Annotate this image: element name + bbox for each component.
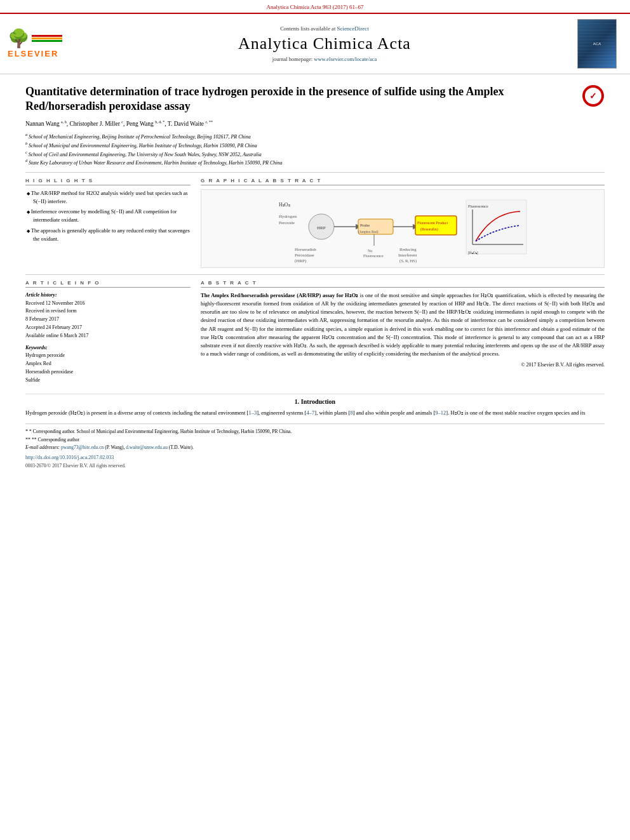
- graphical-abstract-section: G R A P H I C A L A B S T R A C T H₂O₂ H…: [201, 178, 605, 268]
- svg-text:Fluorescence: Fluorescence: [363, 254, 384, 258]
- history-label: Article history:: [25, 291, 191, 300]
- highlights-list: The AR/HRP method for H2O2 analysis wide…: [25, 189, 191, 243]
- elsevier-label: ELSEVIER: [8, 49, 58, 58]
- sciencedirect-line: Contents lists available at ScienceDirec…: [84, 25, 565, 32]
- svg-text:Probe: Probe: [360, 223, 370, 227]
- journal-cover-area: ACA: [572, 19, 622, 69]
- keywords-list: Hydrogen peroxide Amplex Red Horseradish…: [25, 352, 191, 384]
- available-date: Available online 6 March 2017: [25, 332, 191, 340]
- abstract-header: A B S T R A C T: [201, 280, 605, 288]
- introduction-section: 1. Introduction Hydrogen peroxide (H₂O₂)…: [25, 394, 605, 417]
- svg-rect-13: [415, 216, 457, 235]
- footnote-doi[interactable]: http://dx.doi.org/10.1016/j.aca.2017.02.…: [25, 454, 605, 462]
- tree-icon: 🌳: [8, 30, 30, 48]
- affiliation-b: b School of Municipal and Environmental …: [25, 141, 605, 150]
- email-link-1[interactable]: pwang73@hite.edu.cn: [61, 444, 104, 450]
- author-1: Nannan Wang a, b: [25, 121, 67, 127]
- svg-text:Peroxidase: Peroxidase: [295, 253, 314, 258]
- publisher-logo-area: 🌳 ELSEVIER: [8, 30, 77, 58]
- received-revised-label: Received in revised form: [25, 307, 191, 316]
- svg-text:✓: ✓: [589, 91, 597, 101]
- author-4: T. David Waite c, **: [168, 121, 213, 127]
- footnote-single-star: * * Corresponding author. School of Muni…: [25, 428, 605, 436]
- footnotes-section: * * Corresponding author. School of Muni…: [25, 423, 605, 470]
- graphical-abstract-box: H₂O₂ Hydrogen Peroxide HRP Probe (Amplex…: [201, 189, 605, 268]
- author-3: Peng Wang b, d, *: [126, 121, 165, 127]
- journal-url[interactable]: www.elsevier.com/locate/aca: [314, 56, 377, 62]
- article-title: Quantitative determination of trace hydr…: [25, 84, 582, 114]
- keyword-2: Amplex Red: [25, 360, 191, 368]
- svg-text:[H₂O₂]: [H₂O₂]: [468, 251, 478, 255]
- svg-text:Fluorescent Product: Fluorescent Product: [417, 221, 448, 225]
- journal-header: 🌳 ELSEVIER Contents lists available at S…: [0, 13, 630, 74]
- keyword-1: Hydrogen peroxide: [25, 352, 191, 360]
- journal-cover-image: ACA: [577, 19, 617, 69]
- highlight-item-3: The approach is generally applicable to …: [25, 227, 191, 243]
- divider-2: [25, 274, 605, 275]
- highlight-item-2: Interference overcome by modelling S(−II…: [25, 208, 191, 224]
- affiliation-a: a School of Mechanical Engineering, Beij…: [25, 132, 605, 141]
- email-link-2[interactable]: d.waite@unsw.edu.au: [126, 444, 168, 450]
- abstract-copyright: © 2017 Elsevier B.V. All rights reserved…: [201, 362, 605, 368]
- journal-title: Analytica Chimica Acta: [84, 34, 565, 53]
- svg-text:(Amplex Red): (Amplex Red): [358, 230, 379, 234]
- article-info-abstract-row: A R T I C L E I N F O Article history: R…: [25, 280, 605, 385]
- affiliations: a School of Mechanical Engineering, Beij…: [25, 132, 605, 167]
- keyword-4: Sulfide: [25, 377, 191, 385]
- graphical-abstract-diagram: H₂O₂ Hydrogen Peroxide HRP Probe (Amplex…: [276, 194, 530, 263]
- footnote-emails: E-mail addresses: pwang73@hite.edu.cn (P…: [25, 444, 605, 451]
- svg-text:(HRP): (HRP): [295, 258, 307, 263]
- article-info-header: A R T I C L E I N F O: [25, 280, 191, 288]
- svg-text:(Resorufin): (Resorufin): [420, 227, 438, 232]
- keywords-section: Keywords: Hydrogen peroxide Amplex Red H…: [25, 344, 191, 385]
- authors-line: Nannan Wang a, b, Christopher J. Miller …: [25, 119, 605, 128]
- svg-text:Horseradish: Horseradish: [295, 247, 316, 252]
- section-title-introduction: 1. Introduction: [25, 398, 605, 405]
- svg-text:Fluorescence: Fluorescence: [468, 204, 488, 208]
- svg-text:Reducing: Reducing: [399, 247, 417, 252]
- ref-9-12[interactable]: 9–12: [435, 410, 446, 416]
- highlights-section: H I G H L I G H T S The AR/HRP method fo…: [25, 178, 191, 268]
- svg-text:H₂O₂: H₂O₂: [279, 202, 290, 208]
- journal-citation: Analytica Chimica Acta 963 (2017) 61–67: [0, 0, 630, 13]
- footnote-double-star: ** ** Corresponding author: [25, 436, 605, 444]
- highlights-graphical-row: H I G H L I G H T S The AR/HRP method fo…: [25, 178, 605, 268]
- author-2: Christopher J. Miller c: [69, 121, 123, 127]
- received-date: Received 12 November 2016: [25, 300, 191, 308]
- keyword-3: Horseradish peroxidase: [25, 368, 191, 377]
- journal-info-center: Contents lists available at ScienceDirec…: [84, 25, 565, 62]
- abstract-text: The Amplex Red/horseradish peroxidase (A…: [201, 291, 605, 358]
- introduction-text: Hydrogen peroxide (H₂O₂) is present in a…: [25, 409, 605, 417]
- journal-homepage: journal homepage: www.elsevier.com/locat…: [84, 56, 565, 62]
- affiliation-d: d State Key Laboratory of Urban Water Re…: [25, 158, 605, 167]
- article-info-section: A R T I C L E I N F O Article history: R…: [25, 280, 191, 385]
- highlight-item-1: The AR/HRP method for H2O2 analysis wide…: [25, 189, 191, 206]
- keywords-label: Keywords:: [25, 344, 191, 352]
- svg-text:HRP: HRP: [317, 225, 326, 230]
- main-content: Quantitative determination of trace hydr…: [0, 74, 630, 476]
- divider-1: [25, 172, 605, 173]
- highlights-header: H I G H L I G H T S: [25, 178, 191, 185]
- ref-1-3[interactable]: 1–3: [248, 410, 257, 416]
- svg-text:Hydrogen: Hydrogen: [279, 214, 297, 219]
- affiliation-c: c School of Civil and Environmental Engi…: [25, 150, 605, 159]
- graphical-abstract-header: G R A P H I C A L A B S T R A C T: [201, 178, 605, 185]
- crossmark-badge[interactable]: ✓: [582, 84, 605, 107]
- accepted-date: Accepted 24 February 2017: [25, 324, 191, 332]
- article-title-section: Quantitative determination of trace hydr…: [25, 84, 605, 114]
- ref-8[interactable]: 8: [351, 410, 353, 416]
- received-revised-date: 8 February 2017: [25, 316, 191, 324]
- ref-4-7[interactable]: 4–7: [307, 410, 315, 416]
- sciencedirect-link[interactable]: ScienceDirect: [337, 25, 368, 32]
- article-info-content: Article history: Received 12 November 20…: [25, 291, 191, 385]
- svg-text:No: No: [368, 249, 372, 253]
- footnote-copyright: 0003-2670/© 2017 Elsevier B.V. All right…: [25, 462, 605, 470]
- svg-text:Interferent: Interferent: [398, 253, 417, 258]
- abstract-section: A B S T R A C T The Amplex Red/horseradi…: [201, 280, 605, 385]
- svg-text:(S, R, HS): (S, R, HS): [399, 258, 417, 263]
- svg-text:Peroxide: Peroxide: [279, 220, 295, 225]
